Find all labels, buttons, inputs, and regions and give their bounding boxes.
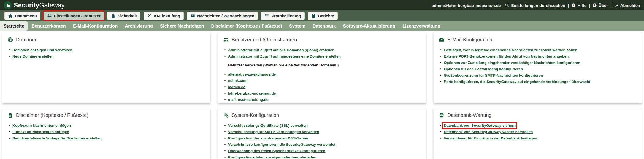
list-item: Verschlüsselungs-Zertifikate (SSL) verwa…: [223, 123, 421, 128]
panel-link-externe-pop3-benutzerkonten-für-den-abruf-von-nachrichten-angeben[interactable]: Externe POP3-Benutzerkonten für den Abru…: [444, 54, 570, 58]
panel-link-fußtext-an-nachrichten-anfügen[interactable]: Fußtext an Nachrichten anfügen: [12, 130, 69, 134]
toolbar-button-sicherheit[interactable]: Sicherheit: [107, 12, 140, 20]
logout-button[interactable]: Abmelden: [614, 3, 640, 8]
panel-link-verzeichnisse-konfigurieren-die-securitygateway-verwendet[interactable]: Verzeichnisse konfigurieren, die Securit…: [228, 142, 335, 147]
list-item: Festlegen, wohin legitime eingehende Nac…: [439, 48, 637, 52]
topbar: SecurityGateway admin@lahn-bergbau-mdaem…: [0, 0, 644, 10]
list-item: Verzeichnisse konfigurieren, die Securit…: [223, 142, 421, 147]
toolbar-button-einstellungen-benutzer[interactable]: Einstellungen / Benutzer: [44, 12, 104, 20]
logout-label: Abmelden: [620, 3, 640, 8]
list-item: Optionen für den Postausgang konfigurier…: [439, 67, 637, 71]
list-item: Administrator mit Zugriff auf mindestens…: [223, 54, 421, 59]
panel-link-optionen-für-den-postausgang-konfigurieren[interactable]: Optionen für den Postausgang konfigurier…: [444, 67, 523, 71]
list-item: Datenbank von SecurityGateway sichern: [439, 123, 637, 128]
panel-link-konfigurationsdaten-anzeigen-oder-herunterladen[interactable]: Konfigurationsdaten anzeigen oder herunt…: [228, 155, 316, 159]
list-item: lahn-bergbau-mdaemon.de: [223, 91, 421, 96]
panel-link-größenbegrenzung-für-smtp-nachrichten-konfigurieren[interactable]: Größenbegrenzung für SMTP-Nachrichten ko…: [444, 73, 543, 77]
panel-system-config: System-KonfigurationVerschlüsselungs-Zer…: [218, 108, 426, 159]
app-title: SecurityGateway: [14, 2, 65, 9]
panel-link-konfiguration-der-abzufragenden-dns-server[interactable]: Konfiguration der abzufragenden DNS-Serv…: [228, 136, 309, 140]
users-icon: [47, 14, 52, 18]
logged-in-user-email: admin@lahn-bergbau-mdaemon.de: [432, 3, 501, 8]
list-item: iadmin.de: [223, 85, 421, 89]
panel-link-überwachung-des-freien-speicherplatzes-konfigurieren[interactable]: Überwachung des freien Speicherplatzes k…: [228, 149, 325, 153]
panel-link-administrator-mit-zugriff-auf-mindestens-eine-domäne-erstellen[interactable]: Administrator mit Zugriff auf mindestens…: [228, 54, 341, 58]
main-content: DomänenDomänen anzeigen und verwaltenNeu…: [0, 31, 644, 159]
gears-icon: [223, 112, 229, 118]
list-item: Fußtext an Nachrichten anfügen: [7, 130, 205, 134]
about-button[interactable]: Über: [592, 3, 608, 8]
nav-item-disclaimer-kopftexte-fußtexte[interactable]: Disclaimer (Kopftexte / Fußtexte): [207, 21, 286, 31]
panel-link-datenbank-von-securitygateway-wieder-herstellen[interactable]: Datenbank von SecurityGateway wieder her…: [444, 130, 533, 134]
list-item: Verweildauer für Einträge in der Datenba…: [439, 136, 637, 141]
nav-item-startseite[interactable]: Startseite: [0, 21, 28, 31]
panel-link-neue-domäne-erstellen[interactable]: Neue Domäne erstellen: [12, 54, 53, 58]
wand-icon: [147, 14, 152, 18]
panel-title-domains: Domänen: [7, 37, 205, 43]
toolbar-button-label: Protokollierung: [271, 14, 301, 18]
nav-item-benutzerkonten[interactable]: Benutzerkonten: [28, 21, 69, 31]
list-item: Administrator mit Zugriff auf alle Domän…: [223, 48, 421, 52]
panel-link-domänen-anzeigen-und-verwalten[interactable]: Domänen anzeigen und verwalten: [12, 48, 72, 52]
list-item: eulink.com: [223, 78, 421, 83]
help-button[interactable]: Hilfe: [571, 3, 586, 8]
nav-item-software-aktualisierung[interactable]: Software-Aktualisierung: [339, 21, 399, 31]
toolbar-button-label: Einstellungen / Benutzer: [54, 14, 101, 18]
home-icon: [8, 14, 13, 18]
panel-link-verschlüsselung-für-smtp-verbindungen-verwalten[interactable]: Verschlüsselung für SMTP-Verbindungen ve…: [228, 130, 319, 134]
info-icon: [592, 3, 597, 7]
panel-link-datenbank-von-securitygateway-sichern[interactable]: Datenbank von SecurityGateway sichern: [444, 123, 516, 128]
panel-link-verschlüsselungs-zertifikate-ssl-verwalten[interactable]: Verschlüsselungs-Zertifikate (SSL) verwa…: [228, 123, 308, 128]
database-icon: [439, 112, 445, 118]
toolbar-button-protokollierung[interactable]: Protokollierung: [261, 12, 304, 20]
toolbar-button-ki-einstufung[interactable]: KI-Einstufung: [144, 12, 184, 20]
panel-link-verweildauer-für-einträge-in-der-datenbank-festlegen[interactable]: Verweildauer für Einträge in der Datenba…: [444, 136, 537, 140]
lock-icon: [111, 14, 115, 18]
panel-link-administrator-mit-zugriff-auf-alle-domänen-global-erstellen[interactable]: Administrator mit Zugriff auf alle Domän…: [228, 48, 334, 52]
panel-link-eulink-com[interactable]: eulink.com: [228, 79, 248, 83]
separator: |: [610, 3, 611, 8]
nav-item-system[interactable]: System: [286, 21, 309, 31]
lock-logo-icon: [4, 1, 12, 9]
panel-link-list: Festlegen, wohin legitime eingehende Nac…: [439, 48, 637, 84]
search-settings-button[interactable]: Einstellungen durchsuchen: [505, 3, 565, 8]
toolbar-button-label: KI-Einstufung: [154, 14, 180, 18]
panel-title-text: System-Konfiguration: [232, 112, 279, 118]
list-item: Optionen zur Zustellung eingehender verd…: [439, 60, 637, 65]
list-item: mail.msct-schulung.de: [223, 97, 421, 102]
search-icon: [505, 3, 509, 7]
panel-note: Benutzer verwalten (Wählen Sie eine der …: [223, 63, 421, 68]
toolbar-button-hauptmenü[interactable]: Hauptmenü: [4, 12, 40, 20]
separator: |: [568, 3, 569, 8]
navbar: StartseiteBenutzerkontenE-Mail-Konfigura…: [0, 21, 644, 31]
panel-link-mail-msct-schulung-de[interactable]: mail.msct-schulung.de: [228, 98, 268, 102]
panel-domains: DomänenDomänen anzeigen und verwaltenNeu…: [2, 33, 210, 103]
panel-link-festlegen-wohin-legitime-eingehende-nachrichten-zugestellt-werden-sollen[interactable]: Festlegen, wohin legitime eingehende Nac…: [444, 48, 577, 52]
panel-title-text: Benutzer und Administratoren: [232, 37, 297, 43]
panel-link-list: Verschlüsselungs-Zertifikate (SSL) verwa…: [223, 123, 421, 159]
toolbar-button-label: Nachrichten / Warteschlangen: [197, 14, 254, 18]
panel-link-lahn-bergbau-mdaemon-de[interactable]: lahn-bergbau-mdaemon.de: [228, 91, 276, 95]
panel-link-benutzerdefinierte-vorlage-für-disclaimer-erstellen[interactable]: Benutzerdefinierte Vorlage für Disclaime…: [12, 136, 102, 140]
envelope-icon: [190, 14, 195, 18]
nav-item-e-mail-konfiguration[interactable]: E-Mail-Konfiguration: [69, 21, 121, 31]
panel-link-kopftext-in-nachrichten-einfügen[interactable]: Kopftext in Nachrichten einfügen: [12, 123, 71, 128]
panel-link-alternative-zu-exchange-de[interactable]: alternative-zu-exchange.de: [228, 72, 276, 76]
nav-item-datenbank[interactable]: Datenbank: [309, 21, 339, 31]
panel-link-iadmin-de[interactable]: iadmin.de: [228, 85, 245, 89]
list-icon: [264, 14, 269, 18]
toolbar: HauptmenüEinstellungen / BenutzerSicherh…: [0, 10, 644, 21]
toolbar-button-berichte[interactable]: Berichte: [308, 12, 338, 20]
panel-link-optionen-zur-zustellung-eingehender-verdächtiger-nachrichten-konfigurieren[interactable]: Optionen zur Zustellung eingehender verd…: [444, 61, 580, 65]
nav-item-archivierung[interactable]: Archivierung: [121, 21, 156, 31]
panel-title-text: E-Mail-Konfiguration: [447, 37, 492, 43]
nav-item-sichere-nachrichten[interactable]: Sichere Nachrichten: [156, 21, 208, 31]
list-item: Verschlüsselung für SMTP-Verbindungen ve…: [223, 130, 421, 134]
panel-title-system-config: System-Konfiguration: [223, 112, 421, 118]
nav-item-lizenzverwaltung[interactable]: Lizenzverwaltung: [399, 21, 444, 31]
toolbar-button-nachrichten-warteschlangen[interactable]: Nachrichten / Warteschlangen: [187, 12, 258, 20]
list-item: Domänen anzeigen und verwalten: [7, 48, 205, 52]
panel-link-ports-konfigurieren-die-securitygateway-auf-eingehende-verbindungen-überwacht[interactable]: Ports konfigurieren, die SecurityGateway…: [444, 80, 590, 84]
panel-title-email-config: E-Mail-Konfiguration: [439, 37, 637, 43]
list-item: Kopftext in Nachrichten einfügen: [7, 123, 205, 128]
